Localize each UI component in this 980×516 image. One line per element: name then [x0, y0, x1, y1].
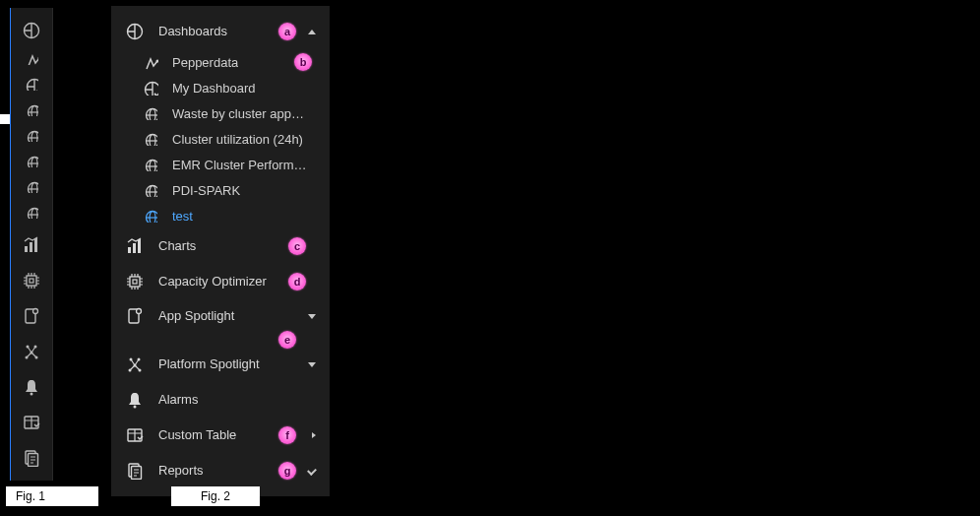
collapsed-pepperdata-icon[interactable] [10, 45, 53, 71]
sub-waste-cluster[interactable]: Waste by cluster apps (… [111, 100, 330, 126]
collapsed-globe-icon[interactable] [10, 148, 53, 173]
platform-spotlight-icon [125, 355, 145, 373]
capacity-optimizer-icon [125, 273, 145, 290]
nav-capacity[interactable]: Capacity Optimizer d [111, 264, 330, 299]
chevron-up-icon [308, 30, 316, 34]
reports-icon [125, 462, 145, 480]
nav-charts[interactable]: Charts c [111, 228, 330, 264]
sub-cluster-util-label: Cluster utilization (24h) [172, 132, 303, 147]
badge-f: f [278, 426, 296, 444]
sub-pepperdata[interactable]: Pepperdata b [111, 49, 330, 75]
dashboards-icon [125, 23, 145, 40]
sub-my-dashboard[interactable]: My Dashboard [111, 75, 330, 100]
collapsed-alarms-icon[interactable] [10, 372, 53, 402]
charts-icon [125, 237, 145, 255]
custom-table-icon [125, 426, 145, 444]
nav-alarms-label: Alarms [158, 392, 316, 408]
sub-my-dashboard-label: My Dashboard [172, 81, 256, 96]
sub-pdi-spark[interactable]: PDI-SPARK [111, 177, 330, 203]
figure-2-label: Fig. 2 [171, 486, 260, 506]
sidebar-collapsed [10, 8, 53, 481]
collapsed-globe-icon[interactable] [10, 97, 53, 122]
collapsed-capacity-icon[interactable] [10, 266, 53, 295]
collapsed-app-spotlight-icon[interactable] [10, 301, 53, 331]
sub-emr-perf-label: EMR Cluster Performan… [172, 158, 310, 172]
nav-reports[interactable]: Reports g [111, 453, 330, 488]
collapsed-globe-icon[interactable] [10, 122, 53, 148]
my-dashboard-icon [143, 81, 158, 96]
pepperdata-icon [143, 55, 158, 70]
badge-d: d [288, 273, 306, 290]
collapsed-globe-icon-active[interactable] [10, 199, 53, 225]
collapsed-platform-spotlight-icon[interactable] [10, 337, 53, 366]
sub-pepperdata-label: Pepperdata [172, 55, 238, 70]
badge-a: a [278, 23, 296, 40]
collapsed-dashboards-icon[interactable] [10, 16, 53, 45]
globe-icon [143, 106, 158, 120]
sidebar-expanded: Dashboards a Pepperdata b My Dashboard W… [111, 6, 330, 496]
sub-emr-perf[interactable]: EMR Cluster Performan… [111, 152, 330, 177]
collapsed-charts-icon[interactable] [10, 230, 53, 260]
sub-waste-cluster-label: Waste by cluster apps (… [172, 106, 310, 121]
globe-icon [143, 158, 158, 171]
checkmark-icon [308, 468, 316, 474]
globe-icon [143, 183, 158, 197]
nav-platform-spotlight-label: Platform Spotlight [158, 356, 308, 372]
nav-app-spotlight-label: App Spotlight [158, 308, 308, 324]
sub-test-label: test [172, 209, 193, 224]
app-spotlight-icon [125, 307, 145, 325]
nav-platform-spotlight[interactable]: Platform Spotlight [111, 347, 330, 382]
badge-g: g [278, 462, 296, 480]
collapsed-globe-icon[interactable] [10, 173, 53, 199]
alarms-icon [125, 391, 145, 409]
collapsed-custom-table-icon[interactable] [10, 408, 53, 437]
collapsed-my-dashboard-icon[interactable] [10, 71, 53, 97]
sub-test[interactable]: test [111, 203, 330, 228]
nav-alarms[interactable]: Alarms [111, 382, 330, 418]
globe-icon [143, 132, 158, 146]
globe-icon [143, 209, 158, 223]
badge-c: c [288, 237, 306, 255]
nav-custom-table[interactable]: Custom Table f [111, 418, 330, 453]
figure-1-label: Fig. 1 [6, 486, 98, 506]
sub-pdi-spark-label: PDI-SPARK [172, 183, 240, 198]
chevron-down-icon [308, 314, 316, 319]
sub-cluster-util[interactable]: Cluster utilization (24h) [111, 126, 330, 152]
chevron-down-icon [308, 362, 316, 367]
nav-app-spotlight[interactable]: App Spotlight e [111, 299, 330, 347]
badge-b: b [294, 53, 312, 71]
nav-dashboards[interactable]: Dashboards a [111, 14, 330, 49]
collapsed-reports-icon[interactable] [10, 443, 53, 473]
caret-right-icon [312, 432, 316, 438]
